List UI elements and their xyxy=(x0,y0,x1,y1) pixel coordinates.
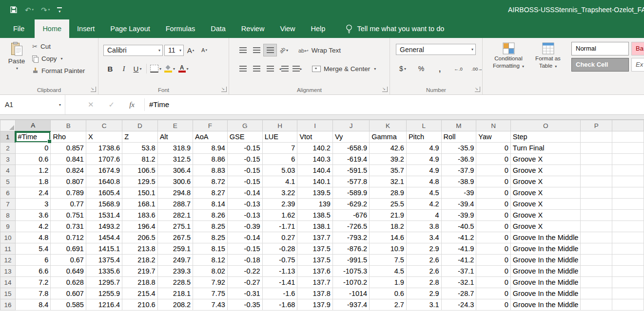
merge-center-button[interactable]: Merge & Center▾ xyxy=(312,65,376,73)
row-header-14[interactable]: 14 xyxy=(0,277,16,288)
cell-I16[interactable]: 137.9 xyxy=(297,299,332,311)
cell-J6[interactable]: -589.9 xyxy=(332,187,369,199)
cell-N10[interactable]: 0 xyxy=(476,232,511,243)
cell-E12[interactable]: 249.7 xyxy=(157,255,193,266)
borders-button[interactable]: ▾ xyxy=(149,62,163,75)
cell-D1[interactable]: Z xyxy=(122,131,157,143)
cell-B4[interactable]: 0.824 xyxy=(51,165,86,176)
row-header-3[interactable]: 3 xyxy=(0,154,16,165)
save-button[interactable] xyxy=(10,6,18,14)
cell-K12[interactable]: 7.5 xyxy=(370,255,407,266)
cell-K14[interactable]: 1.9 xyxy=(370,277,407,288)
cell-F2[interactable]: 8.94 xyxy=(193,143,228,154)
cell-E14[interactable]: 228.5 xyxy=(157,277,193,288)
cell-G1[interactable]: GSE xyxy=(227,131,262,143)
cell-L2[interactable]: 4.9 xyxy=(406,143,441,154)
cell-E9[interactable]: 275.1 xyxy=(157,221,193,232)
cell-K15[interactable]: 0.6 xyxy=(370,288,407,299)
cell-C5[interactable]: 1640.8 xyxy=(86,176,122,187)
bottom-align-button[interactable] xyxy=(263,44,277,56)
cell-A1[interactable]: #Time xyxy=(15,131,51,143)
cell-L6[interactable]: 4.5 xyxy=(406,187,441,199)
cell-L9[interactable]: 3.8 xyxy=(406,221,441,232)
cell-I1[interactable]: Vtot xyxy=(297,131,332,143)
cell-A12[interactable]: 6 xyxy=(15,255,51,266)
increase-font-size-button[interactable]: A▴ xyxy=(184,44,197,56)
cell-M10[interactable]: -41.2 xyxy=(441,232,476,243)
cell-N4[interactable]: 0 xyxy=(476,165,511,176)
cell-E11[interactable]: 259.1 xyxy=(157,243,193,255)
column-header-I[interactable]: I xyxy=(297,120,332,131)
insert-function-icon[interactable]: fx xyxy=(129,101,135,109)
cell-G4[interactable]: -0.15 xyxy=(227,165,262,176)
row-header-6[interactable]: 6 xyxy=(0,187,16,199)
cell-B7[interactable]: 0.77 xyxy=(51,199,86,210)
cell-B11[interactable]: 0.691 xyxy=(51,243,86,255)
align-left-button[interactable] xyxy=(236,62,250,75)
percent-style-button[interactable]: % xyxy=(414,62,428,75)
tab-formulas[interactable]: Formulas xyxy=(158,19,203,38)
cell-B8[interactable]: 0.751 xyxy=(51,210,86,221)
format-as-table-button[interactable]: Format as Table ▾ xyxy=(530,40,566,91)
cell-M7[interactable]: -39.4 xyxy=(441,199,476,210)
cell-J13[interactable]: -1075.3 xyxy=(332,266,369,277)
cell-D12[interactable]: 218.2 xyxy=(122,255,157,266)
fill-color-button[interactable]: ▾ xyxy=(163,62,176,75)
row-header-10[interactable]: 10 xyxy=(0,232,16,243)
row-header-5[interactable]: 5 xyxy=(0,176,16,187)
wrap-text-button[interactable]: ab↩Wrap Text xyxy=(298,47,341,54)
cell-P3[interactable] xyxy=(581,154,612,165)
cell-M3[interactable]: -36.9 xyxy=(441,154,476,165)
cell-J3[interactable]: -619.4 xyxy=(332,154,369,165)
cell-I2[interactable]: 140.2 xyxy=(297,143,332,154)
column-header-E[interactable]: E xyxy=(157,120,193,131)
cell-M11[interactable]: -41.9 xyxy=(441,243,476,255)
tab-review[interactable]: Review xyxy=(234,19,273,38)
cell-D8[interactable]: 183.6 xyxy=(122,210,157,221)
cell-M4[interactable]: -37.9 xyxy=(441,165,476,176)
cell-E5[interactable]: 300.6 xyxy=(157,176,193,187)
row-header-8[interactable]: 8 xyxy=(0,210,16,221)
cell-M1[interactable]: Roll xyxy=(441,131,476,143)
cell-E16[interactable]: 208.2 xyxy=(157,299,193,311)
select-all-button[interactable] xyxy=(0,120,16,131)
tab-page-layout[interactable]: Page Layout xyxy=(102,19,157,38)
cell-M14[interactable]: -32.1 xyxy=(441,277,476,288)
tell-me-box[interactable]: Tell me what you want to do xyxy=(346,19,444,38)
cell-G10[interactable]: -0.14 xyxy=(227,232,262,243)
conditional-formatting-button[interactable]: Conditional Formatting ▾ xyxy=(488,40,528,91)
cell-L11[interactable]: 2.9 xyxy=(406,243,441,255)
column-header-L[interactable]: L xyxy=(406,120,441,131)
cell-B12[interactable]: 0.67 xyxy=(51,255,86,266)
number-dialog-launcher[interactable]: ↘ xyxy=(475,87,480,92)
cell-A2[interactable]: 0 xyxy=(15,143,51,154)
row-header-2[interactable]: 2 xyxy=(0,143,16,154)
cell-style-bad[interactable]: Ba xyxy=(631,42,644,55)
cell-B6[interactable]: 0.789 xyxy=(51,187,86,199)
cell-O13[interactable]: Groove In the Middle xyxy=(510,266,581,277)
top-align-button[interactable] xyxy=(236,44,250,56)
cell-J16[interactable]: -937.4 xyxy=(332,299,369,311)
customize-quick-access-toolbar-button[interactable]: ▾ xyxy=(57,7,62,13)
cell-E13[interactable]: 239.3 xyxy=(157,266,193,277)
cell-K1[interactable]: Gamma xyxy=(370,131,407,143)
cell-J2[interactable]: -658.9 xyxy=(332,143,369,154)
cell-O9[interactable]: Groove X xyxy=(510,221,581,232)
cell-H11[interactable]: -0.28 xyxy=(262,243,297,255)
column-header-G[interactable]: G xyxy=(227,120,262,131)
cell-H9[interactable]: -1.71 xyxy=(262,221,297,232)
cell-G3[interactable]: -0.15 xyxy=(227,154,262,165)
cell-K9[interactable]: 18.2 xyxy=(370,221,407,232)
row-header-13[interactable]: 13 xyxy=(0,266,16,277)
tab-view[interactable]: View xyxy=(272,19,303,38)
enter-icon[interactable]: ✓ xyxy=(109,100,115,109)
cell-B3[interactable]: 0.841 xyxy=(51,154,86,165)
cell-A16[interactable]: 8.4 xyxy=(15,299,51,311)
cell-D5[interactable]: 129.5 xyxy=(122,176,157,187)
cell-C2[interactable]: 1738.6 xyxy=(86,143,122,154)
row-header-7[interactable]: 7 xyxy=(0,199,16,210)
cell-M2[interactable]: -35.9 xyxy=(441,143,476,154)
cell-I13[interactable]: 137.6 xyxy=(297,266,332,277)
tab-insert[interactable]: Insert xyxy=(69,19,102,38)
cell-M9[interactable]: -40.5 xyxy=(441,221,476,232)
